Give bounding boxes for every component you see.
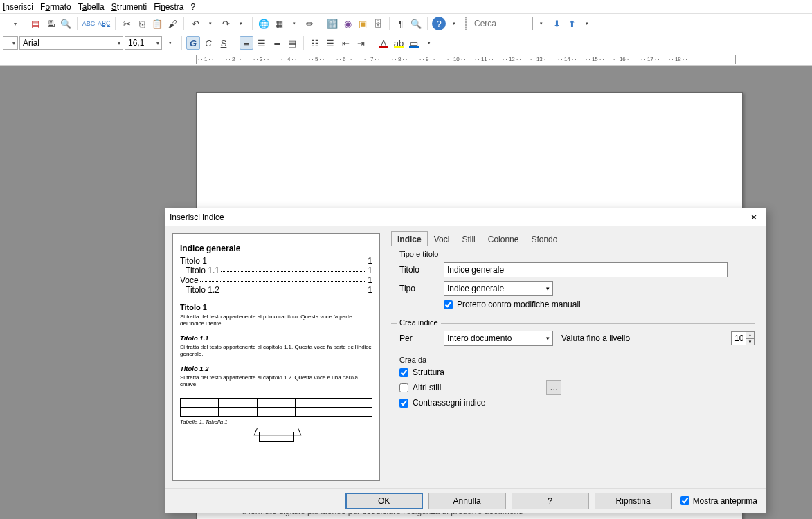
checkbox-altri-stili[interactable]	[399, 383, 408, 392]
menu-format[interactable]: Formato	[40, 2, 71, 12]
legend-tipo-titolo: Tipo e titolo	[397, 250, 441, 258]
ruler-tick: · · 4 · ·	[281, 56, 296, 62]
navigator-icon[interactable]: ◉	[341, 17, 354, 30]
input-titolo[interactable]	[444, 262, 728, 277]
preview-h12: Titolo 1.2	[180, 365, 372, 372]
align-justify-icon[interactable]: ▤	[285, 36, 299, 50]
size-dropdown-icon[interactable]: ▾	[163, 36, 177, 50]
help-icon[interactable]: ?	[432, 17, 446, 30]
cancel-button[interactable]: Annulla	[428, 493, 506, 509]
dialog-titlebar[interactable]: Inserisci indice ✕	[165, 208, 766, 226]
font-dropdown[interactable]: Arial	[19, 36, 123, 50]
label-mostra-anteprima: Mostra anteprima	[693, 496, 757, 506]
redo-icon[interactable]: ↷	[219, 17, 233, 30]
horizontal-ruler[interactable]: · · 1 · ·· · 2 · ·· · 3 · ·· · 4 · ·· · …	[196, 55, 736, 64]
print-icon[interactable]: 🖶	[44, 17, 57, 30]
menu-tools[interactable]: Strumenti	[111, 2, 147, 12]
search-input[interactable]	[471, 17, 533, 30]
checkbox-protetto[interactable]	[444, 300, 453, 309]
tab-sfondo[interactable]: Sfondo	[525, 231, 563, 246]
size-dropdown[interactable]: 16,1	[125, 36, 162, 50]
ruler-tick: · · 13 · ·	[530, 56, 549, 62]
preview-pane: Indice generale Titolo 11Titolo 1.11Voce…	[165, 226, 387, 488]
style-dropdown[interactable]	[3, 36, 18, 50]
tab-colonne[interactable]: Colonne	[482, 231, 525, 246]
align-left-icon[interactable]: ≡	[240, 36, 253, 50]
close-icon[interactable]: ✕	[746, 210, 761, 225]
dialog-title: Inserisci indice	[170, 212, 224, 222]
checkbox-struttura[interactable]	[399, 368, 408, 377]
preview-h11: Titolo 1.1	[180, 334, 372, 342]
chevron-down-icon[interactable]: ▼	[746, 339, 754, 345]
reset-button[interactable]: Ripristina	[595, 493, 672, 509]
search-up-icon[interactable]: ⬆	[565, 17, 579, 30]
label-altri-stili: Altri stili	[413, 383, 441, 392]
bold-button[interactable]: G	[186, 36, 200, 50]
italic-button[interactable]: C	[201, 36, 215, 50]
button-altri-stili-ellipsis[interactable]: …	[546, 380, 561, 395]
hyperlink-icon[interactable]: 🌐	[257, 17, 271, 30]
table-dropdown-icon[interactable]: ▾	[287, 17, 301, 30]
menu-table[interactable]: Tabella	[78, 2, 105, 12]
zoom-icon[interactable]: 🔍	[409, 17, 423, 30]
format-paint-icon[interactable]: 🖌	[165, 17, 179, 30]
decrease-indent-icon[interactable]: ⇤	[339, 36, 352, 50]
checkbox-contrassegni[interactable]	[399, 399, 408, 408]
tab-stili[interactable]: Stili	[455, 231, 481, 246]
help-dropdown-icon[interactable]: ▾	[447, 17, 461, 30]
bullet-list-icon[interactable]: ☰	[323, 36, 337, 50]
background-color-icon[interactable]: ▭	[407, 36, 421, 50]
ruler-tick: · · 1 · ·	[198, 56, 213, 62]
preview-image-placeholder	[259, 432, 294, 442]
help-button[interactable]: ?	[512, 493, 589, 509]
increase-indent-icon[interactable]: ⇥	[354, 36, 368, 50]
preview-icon[interactable]: 🔍	[59, 17, 73, 30]
preview-toc-line: Titolo 11	[180, 256, 372, 266]
ruler-tick: · · 17 · ·	[641, 56, 660, 62]
search-dropdown-icon[interactable]: ▾	[534, 17, 548, 30]
draw-icon[interactable]: ✏	[303, 17, 316, 30]
legend-crea-da: Crea da	[397, 356, 429, 364]
menu-insert[interactable]: IInseriscinserisci	[3, 2, 33, 12]
checkbox-mostra-anteprima[interactable]	[680, 496, 689, 505]
gallery-icon[interactable]: ▣	[356, 17, 370, 30]
align-center-icon[interactable]: ☰	[255, 36, 269, 50]
find-icon[interactable]: 🔡	[325, 17, 339, 30]
cut-icon[interactable]: ✂	[120, 17, 134, 30]
spinner-level[interactable]: 10 ▲▼	[731, 331, 755, 345]
font-color-icon[interactable]: A	[377, 36, 390, 50]
insert-index-dialog: Inserisci indice ✕ Indice generale Titol…	[165, 208, 766, 513]
align-right-icon[interactable]: ≣	[270, 36, 284, 50]
select-per[interactable]: Intero documento	[444, 331, 553, 346]
datasource-icon[interactable]: 🗄	[371, 17, 385, 30]
select-tipo[interactable]: Indice generale	[444, 281, 553, 296]
chevron-up-icon[interactable]: ▲	[746, 332, 754, 339]
numbered-list-icon[interactable]: ☷	[308, 36, 322, 50]
ok-button[interactable]: OK	[345, 493, 423, 509]
ruler-tick: · · 7 · ·	[364, 56, 379, 62]
label-contrassegni: Contrassegni indice	[413, 398, 485, 408]
menu-help[interactable]: ?	[191, 2, 196, 12]
undo-dropdown-icon[interactable]: ▾	[204, 17, 217, 30]
toolbar-menu-icon[interactable]: ▾	[580, 17, 594, 30]
label-struttura: Struttura	[413, 367, 444, 377]
new-doc-dropdown[interactable]	[3, 17, 19, 30]
tab-indice[interactable]: Indice	[391, 231, 428, 246]
undo-icon[interactable]: ↶	[188, 17, 202, 30]
nonprinting-icon[interactable]: ¶	[394, 17, 408, 30]
pdf-icon[interactable]: ▤	[28, 17, 42, 30]
menu-window[interactable]: Finestra	[154, 2, 183, 12]
tab-voci[interactable]: Voci	[428, 231, 456, 246]
group-crea-da: Crea da Struttura Altri stili … Contrass…	[391, 361, 755, 413]
search-down-icon[interactable]: ⬇	[550, 17, 563, 30]
spellcheck-icon[interactable]: ABC	[82, 17, 96, 30]
table-grid-icon[interactable]: ▦	[272, 17, 286, 30]
toolbar2-menu-icon[interactable]: ▾	[422, 36, 436, 50]
preview-table-caption: Tabella 1: Tabella 1	[180, 419, 372, 425]
paste-icon[interactable]: 📋	[150, 17, 164, 30]
autospell-icon[interactable]: AB̲C̲	[97, 17, 111, 30]
underline-button[interactable]: S	[217, 36, 231, 50]
highlight-icon[interactable]: ab	[392, 36, 406, 50]
copy-icon[interactable]: ⎘	[135, 17, 149, 30]
redo-dropdown-icon[interactable]: ▾	[234, 17, 248, 30]
